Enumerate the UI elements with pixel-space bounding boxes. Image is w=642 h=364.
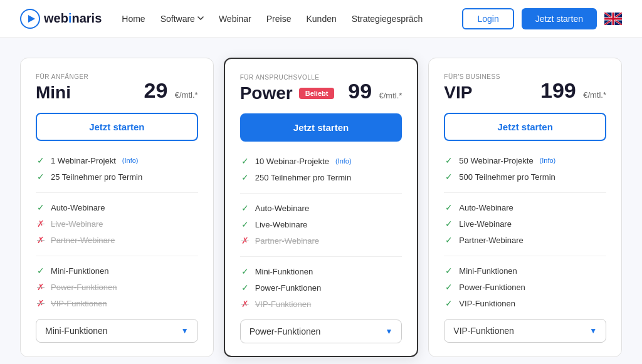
feature-info-link[interactable]: (Info) — [335, 157, 352, 165]
logo[interactable]: webinaris — [20, 9, 102, 29]
cta-button-power[interactable]: Jetzt starten — [240, 113, 403, 142]
x-icon: ✗ — [37, 298, 45, 308]
nav-kunden[interactable]: Kunden — [306, 14, 336, 24]
feature-item: ✓10 Webinar-Projekte(Info) — [240, 153, 403, 169]
feature-item: ✓Auto-Webinare — [36, 199, 198, 216]
nav-home[interactable]: Home — [122, 14, 145, 24]
feature-info-link[interactable]: (Info) — [122, 157, 139, 164]
feature-text: 25 Teilnehmer pro Termin — [51, 172, 142, 182]
feature-text: Live-Webinare — [255, 220, 308, 229]
nav-strategie[interactable]: Strategiegespräch — [352, 14, 423, 24]
feature-text: Auto-Webinare — [255, 204, 309, 213]
pricing-card-mini: FÜR ANFÄNGERMini29 €/mtl.*Jetzt starten✓… — [20, 58, 214, 357]
feature-dropdown-label-vip: VIP-Funktionen — [453, 326, 514, 336]
logo-text: webinaris — [44, 11, 102, 26]
check-icon: ✓ — [37, 155, 45, 165]
feature-dropdown-label-power: Power-Funktionen — [250, 326, 321, 336]
feature-item: ✓50 Webinar-Projekte(Info) — [444, 152, 606, 169]
card-badge-vip: FÜR'S BUSINESS — [444, 73, 500, 80]
check-icon: ✓ — [445, 219, 453, 229]
x-icon: ✗ — [37, 282, 45, 292]
feature-item: ✓Auto-Webinare — [240, 200, 403, 216]
feature-text: Mini-Funktionen — [459, 266, 517, 276]
nav-webinar[interactable]: Webinar — [219, 14, 251, 24]
section-divider — [444, 256, 606, 256]
card-name-power: Power — [240, 83, 293, 103]
feature-text: 50 Webinar-Projekte — [459, 156, 533, 165]
feature-item: ✓VIP-Funktionen — [444, 295, 606, 311]
feature-item: ✗Power-Funktionen — [36, 279, 198, 295]
card-price-unit-vip: €/mtl.* — [583, 90, 606, 102]
feature-item: ✗VIP-Funktionen — [36, 295, 198, 311]
language-flag[interactable] — [604, 13, 622, 25]
check-icon: ✓ — [241, 219, 249, 229]
header-actions: Login Jetzt starten — [462, 8, 622, 29]
feature-item: ✗Live-Webinare — [36, 216, 198, 232]
check-icon: ✓ — [37, 172, 45, 182]
check-icon: ✓ — [241, 266, 249, 276]
card-price-vip: 199 — [540, 78, 582, 102]
check-icon: ✓ — [445, 202, 453, 212]
feature-item: ✓Live-Webinare — [444, 216, 606, 232]
card-price-power: 99 — [348, 79, 377, 103]
feature-text: 250 Teilnehmer pro Termin — [255, 173, 351, 182]
check-icon: ✓ — [445, 266, 453, 276]
feature-item: ✓Power-Funktionen — [240, 279, 403, 296]
login-button[interactable]: Login — [462, 8, 513, 29]
card-price-mini: 29 — [144, 78, 174, 102]
feature-item: ✗Partner-Webinare — [240, 232, 403, 249]
check-icon: ✓ — [241, 156, 249, 166]
section-divider — [240, 256, 403, 257]
feature-group-1-power: ✓10 Webinar-Projekte(Info)✓250 Teilnehme… — [240, 153, 403, 185]
feature-text: Auto-Webinare — [459, 203, 513, 212]
feature-group-1-mini: ✓1 Webinar-Projekt(Info)✓25 Teilnehmer p… — [36, 152, 198, 185]
card-badge-mini: FÜR ANFÄNGER — [36, 73, 88, 80]
feature-item: ✓Mini-Funktionen — [36, 263, 198, 279]
feature-text: Mini-Funktionen — [255, 267, 313, 276]
x-icon: ✗ — [37, 235, 45, 245]
feature-dropdown-vip[interactable]: VIP-Funktionen▼ — [444, 319, 606, 343]
check-icon: ✓ — [445, 172, 453, 182]
nav-preise[interactable]: Preise — [266, 14, 292, 24]
section-divider — [240, 193, 403, 194]
feature-item: ✗Partner-Webinare — [36, 232, 198, 248]
check-icon: ✓ — [445, 155, 453, 165]
feature-group-3-mini: ✓Mini-Funktionen✗Power-Funktionen✗VIP-Fu… — [36, 263, 198, 311]
card-price-unit-power: €/mtl.* — [379, 91, 403, 103]
nav-software[interactable]: Software — [160, 14, 204, 24]
check-icon: ✓ — [445, 298, 453, 308]
feature-text: Partner-Webinare — [51, 236, 115, 245]
x-icon: ✗ — [37, 219, 45, 229]
feature-text: Partner-Webinare — [255, 236, 319, 246]
feature-group-3-vip: ✓Mini-Funktionen✓Power-Funktionen✓VIP-Fu… — [444, 263, 606, 311]
cta-button-mini[interactable]: Jetzt starten — [36, 113, 198, 141]
feature-text: Partner-Webinare — [459, 236, 523, 245]
feature-text: Power-Funktionen — [51, 283, 117, 292]
feature-item: ✓25 Teilnehmer pro Termin — [36, 169, 198, 185]
section-divider — [36, 192, 198, 193]
cta-button-vip[interactable]: Jetzt starten — [444, 113, 606, 141]
feature-text: Auto-Webinare — [51, 203, 105, 212]
header: webinaris Home Software Webinar Preise K… — [0, 0, 642, 38]
feature-text: Mini-Funktionen — [51, 266, 109, 276]
feature-text: VIP-Funktionen — [255, 299, 312, 309]
feature-info-link[interactable]: (Info) — [540, 157, 556, 164]
feature-item: ✓Live-Webinare — [240, 216, 403, 232]
check-icon: ✓ — [445, 235, 453, 245]
feature-text: 500 Teilnehmer pro Termin — [459, 172, 555, 182]
feature-dropdown-power[interactable]: Power-Funktionen▼ — [240, 320, 403, 343]
pricing-card-power: FÜR ANSPRUCHSVOLLEPowerBeliebt99 €/mtl.*… — [224, 58, 419, 357]
card-name-mini: Mini — [36, 83, 71, 103]
x-icon: ✗ — [241, 236, 249, 246]
pricing-card-vip: FÜR'S BUSINESSVIP199 €/mtl.*Jetzt starte… — [428, 58, 622, 357]
card-badge-power: FÜR ANSPRUCHSVOLLE — [240, 74, 335, 81]
feature-dropdown-mini[interactable]: Mini-Funktionen▼ — [36, 319, 198, 343]
feature-item: ✓Mini-Funktionen — [240, 263, 403, 279]
feature-group-2-vip: ✓Auto-Webinare✓Live-Webinare✓Partner-Web… — [444, 199, 606, 248]
feature-item: ✗VIP-Funktionen — [240, 296, 403, 312]
feature-item: ✓Power-Funktionen — [444, 279, 606, 295]
feature-text: 1 Webinar-Projekt — [51, 156, 116, 165]
header-start-button[interactable]: Jetzt starten — [522, 8, 597, 29]
feature-item: ✓Partner-Webinare — [444, 232, 606, 248]
feature-group-3-power: ✓Mini-Funktionen✓Power-Funktionen✗VIP-Fu… — [240, 263, 403, 312]
